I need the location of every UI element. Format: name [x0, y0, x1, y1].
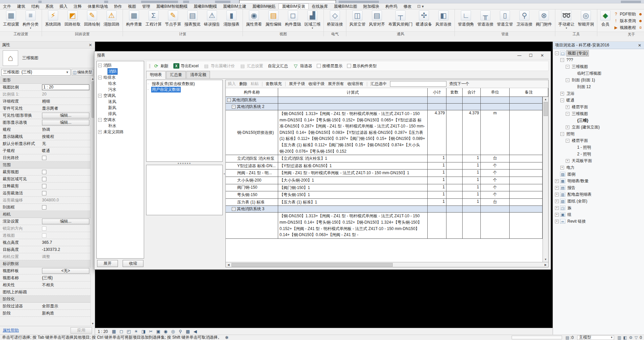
ribbon-button-智能开洞[interactable]: ◎智能开洞 [576, 10, 596, 28]
menu-tab-视图[interactable]: 视图 [125, 3, 139, 9]
browser-item-楼层平面[interactable]: −楼层平面 [553, 137, 644, 144]
subtotal-cell[interactable]: 1 [428, 199, 446, 206]
menu-tab-在线族库[interactable]: 在线族库 [309, 3, 331, 9]
ribbon-button-在线购买[interactable]: ¤在线购买 [638, 24, 644, 31]
collapse-icon[interactable]: − [98, 118, 102, 122]
crop-icon[interactable]: ✂ [148, 329, 154, 334]
window-buttons[interactable] [621, 1, 641, 3]
data-tree-item-报表反查(双击核查数据)[interactable]: ┈报表反查(双击核查数据) [147, 81, 222, 87]
subtotal-cell[interactable]: 4.379 [428, 110, 446, 155]
tree-item-补水[interactable]: 补水 [97, 123, 143, 129]
scroll-thumb[interactable] [544, 102, 548, 116]
browser-item-三维视图[interactable]: −三维视图 [553, 110, 644, 117]
expand-icon[interactable]: + [566, 159, 569, 163]
tree-item-污水[interactable]: 污水 [97, 86, 143, 92]
unit-cell[interactable]: m [481, 110, 510, 155]
formula-cell[interactable]: 【Y型过滤器 标准-DN150】1 [278, 162, 428, 169]
browser-item-照明[interactable]: −照明 [553, 130, 644, 137]
edit-type-button[interactable]: ◫ 编辑类型 [72, 69, 93, 76]
column-header-计算式[interactable]: 计算式 [278, 88, 428, 97]
total-cell[interactable]: 1 [463, 169, 481, 177]
toolbar-button-刷新[interactable]: ⟳刷新 [153, 63, 169, 69]
ribbon-button-视频教程[interactable]: ▶视频教程 [613, 24, 636, 31]
property-checkbox[interactable] [42, 177, 46, 181]
table-row[interactable]: 立式消防泵 消火栓泵【立式消防泵 消火栓泵】111台 [226, 155, 543, 162]
formula-cell[interactable]: 【压力表 (1) 标准】1 [278, 199, 428, 206]
property-checkbox[interactable] [42, 170, 46, 174]
column-header-构件名称[interactable]: 构件名称 [226, 88, 278, 97]
scroll-left-icon[interactable]: ◀ [226, 263, 231, 266]
formula-cell[interactable]: 【阀门铜-150】1 [278, 184, 428, 191]
browser-item-暖通[interactable]: −暖通 [553, 97, 644, 104]
browser-item-Revit 链接[interactable]: +∞Revit 链接 [553, 218, 644, 225]
expand-icon[interactable]: + [555, 179, 559, 183]
browser-item-临时三维视图[interactable]: 临时三维视图 [553, 70, 644, 77]
ribbon-button-系统回路[interactable]: ⚡系统回路 [43, 10, 63, 28]
find-next-button[interactable]: 查找下一个 [449, 81, 469, 87]
collapse-icon[interactable]: − [560, 132, 564, 136]
scale-icon[interactable]: ▦ [111, 329, 117, 334]
group-row-其他消防系统[interactable]: −其他消防系统 [226, 97, 543, 104]
total-cell[interactable]: 1 [463, 191, 481, 198]
unit-cell[interactable]: 个 [481, 169, 510, 177]
subtotal-cell[interactable]: 1 [428, 162, 446, 169]
design-options-icon[interactable]: ▥ [617, 335, 621, 340]
table-toolbar-删除[interactable]: 删除 [239, 81, 247, 87]
expand-icon[interactable]: + [555, 206, 559, 210]
more-icon[interactable]: ◀ [192, 329, 198, 334]
collapse-icon[interactable]: − [98, 76, 102, 79]
ribbon-button-属性查看[interactable]: ◉属性查看 [244, 10, 264, 28]
ribbon-button-阀门附件[interactable]: ⊗阀门附件 [534, 10, 554, 28]
ribbon-button-管道立管[interactable]: ▯管道立管 [495, 10, 515, 28]
ribbon-button-回路绘制[interactable]: ✎回路绘制 [82, 10, 102, 28]
menu-tab-管理[interactable]: 管理 [139, 3, 153, 9]
expand-icon[interactable]: + [560, 166, 564, 169]
close-icon[interactable]: ✕ [536, 52, 548, 59]
property-value[interactable]: 协调 [41, 127, 90, 133]
ribbon-button-工程设置[interactable]: ▦工程设置 [1, 10, 21, 28]
table-row[interactable]: 铜-DN150(焊接连接)【铜-DN150】1.313+【闸阀 - Z41 型 … [226, 110, 543, 155]
property-value[interactable]: 无 [41, 141, 90, 147]
expand-icon[interactable]: + [560, 92, 564, 96]
unit-cell[interactable] [481, 213, 510, 238]
column-header-单位[interactable]: 单位 [481, 88, 510, 97]
ribbon-button-风管对齐[interactable]: ▤风管对齐 [367, 10, 387, 28]
formula-cell[interactable]: 【铜-DN150】1.313+【闸阀 - Z41 型 - 明杆模式单闸板 - 法… [278, 110, 428, 155]
tab-明细表[interactable]: 明细表 [146, 71, 166, 79]
sets-cell[interactable] [446, 199, 463, 206]
property-checkbox[interactable] [42, 205, 46, 210]
checkbox-icon[interactable] [347, 64, 351, 68]
browser-item-立面 (建筑立面)[interactable]: +立面 (建筑立面) [553, 124, 644, 130]
menu-tab-插入[interactable]: 插入 [56, 3, 71, 9]
ribbon-button-联系客服[interactable]: ☻联系客服 [638, 11, 644, 17]
note-cell[interactable] [510, 191, 543, 198]
expand-icon[interactable]: + [555, 186, 559, 190]
sets-cell[interactable] [446, 169, 463, 177]
ribbon-button-PDF帮助[interactable]: ?PDF帮助 [613, 11, 636, 17]
table-row[interactable]: 闸阀 - Z41 型 - 明...【闸阀 - Z41 型 - 明杆模式单闸板 -… [226, 169, 543, 177]
property-checkbox[interactable] [42, 184, 46, 188]
property-value[interactable]: {三维} [41, 275, 90, 281]
browser-item-报告[interactable]: +▤报告 [553, 184, 644, 191]
ribbon-button-桥架连接[interactable]: ◇桥架连接 [325, 10, 345, 28]
ribbon-button-暖通设备[interactable]: ✣暖通设备 [414, 10, 434, 28]
expand-icon[interactable]: + [555, 213, 559, 217]
property-input[interactable]: 1 : 20 [42, 84, 89, 90]
browser-item-明细表/数量[interactable]: +▦明细表/数量 [553, 178, 644, 184]
toolbar-button-筛选器[interactable]: ▽筛选器 [293, 63, 312, 69]
expand-icon[interactable]: + [555, 193, 559, 196]
ribbon-button-回路拾取[interactable]: ◩回路拾取 [63, 10, 82, 28]
tab-汇总量[interactable]: 汇总量 [166, 71, 186, 78]
total-cell[interactable]: 1 [463, 177, 481, 184]
sets-cell[interactable] [446, 191, 463, 198]
collapse-icon[interactable]: − [566, 139, 569, 143]
ribbon-button-会员[interactable]: ◆会员 [599, 10, 612, 28]
ribbon-button-卫浴连接[interactable]: ⚲卫浴连接 [515, 10, 534, 28]
menu-tab-注释[interactable]: 注释 [71, 3, 85, 9]
sets-cell[interactable] [446, 213, 463, 238]
table-toolbar-套数填充[interactable]: 套数填充 [266, 81, 282, 87]
formula-cell[interactable]: 【弯头铜-150】1 [278, 191, 428, 198]
table-toolbar-展开子级[interactable]: 展开子级 [289, 81, 305, 87]
note-cell[interactable] [510, 213, 543, 238]
browser-item-楼层平面[interactable]: +楼层平面 [553, 104, 644, 110]
